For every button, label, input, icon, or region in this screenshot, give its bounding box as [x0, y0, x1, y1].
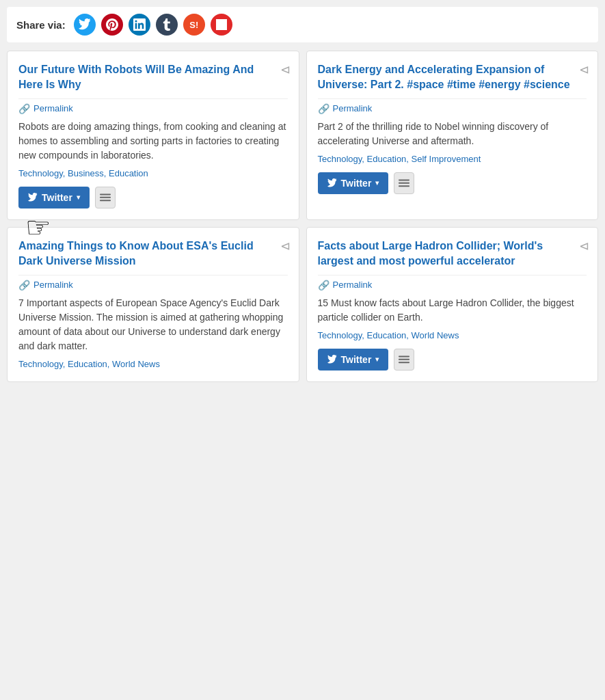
card-3-title[interactable]: Amazing Things to Know About ESA's Eucli… [18, 239, 288, 269]
svg-rect-3 [399, 179, 409, 180]
card-2-footer: Twitter ▾ [318, 172, 587, 194]
card-4-description: 15 Must know facts about Large Hadron Co… [318, 296, 587, 325]
card-3-bookmark-icon[interactable]: ⊲ [280, 239, 291, 254]
card-3-permalink[interactable]: 🔗 Permalink [18, 275, 288, 291]
card-4-tags[interactable]: Technology, Education, World News [318, 330, 587, 340]
card-1-twitter-button[interactable]: Twitter ▾ [18, 187, 90, 208]
card-4-bookmark-icon[interactable]: ⊲ [579, 239, 589, 254]
permalink-4-icon: 🔗 [318, 280, 330, 291]
card-4-more-button[interactable] [394, 349, 414, 371]
card-1-description: Robots are doing amazing things, from co… [18, 120, 288, 163]
card-1-bookmark-icon[interactable]: ⊲ [280, 62, 291, 77]
card-4-twitter-dropdown: ▾ [375, 355, 379, 363]
permalink-1-icon: 🔗 [18, 103, 30, 114]
card-1-footer: Twitter ▾ ☞ [18, 187, 288, 208]
card-3-tags[interactable]: Technology, Education, World News [18, 359, 288, 369]
svg-rect-1 [100, 197, 111, 198]
card-3: Amazing Things to Know About ESA's Eucli… [7, 227, 299, 382]
card-2-twitter-dropdown: ▾ [375, 179, 379, 187]
svg-rect-5 [399, 185, 409, 187]
svg-rect-7 [399, 358, 409, 360]
share-stumble-icon[interactable]: S! [183, 14, 205, 36]
card-4-title[interactable]: Facts about Large Hadron Collider; World… [318, 239, 587, 269]
svg-rect-6 [399, 355, 409, 357]
card-2: Dark Energy and Accelerating Expansion o… [306, 51, 599, 220]
svg-rect-8 [399, 362, 409, 363]
share-twitter-icon[interactable] [74, 14, 96, 36]
card-1: Our Future With Robots Will Be Amazing A… [7, 51, 299, 220]
card-2-twitter-button[interactable]: Twitter ▾ [318, 172, 389, 194]
share-tumblr-icon[interactable] [156, 14, 178, 36]
card-2-title[interactable]: Dark Energy and Accelerating Expansion o… [318, 62, 587, 93]
permalink-3-icon: 🔗 [18, 280, 30, 291]
svg-rect-0 [100, 193, 111, 195]
share-flipboard-icon[interactable] [211, 14, 232, 36]
permalink-2-icon: 🔗 [318, 103, 330, 114]
card-1-permalink[interactable]: 🔗 Permalink [18, 98, 288, 114]
share-linkedin-icon[interactable] [129, 14, 150, 36]
svg-rect-2 [100, 200, 111, 201]
card-2-more-button[interactable] [394, 172, 414, 194]
card-2-description: Part 2 of the thrilling ride to Nobel wi… [318, 120, 587, 148]
share-pinterest-icon[interactable] [101, 14, 123, 36]
card-4-permalink[interactable]: 🔗 Permalink [318, 275, 587, 291]
card-2-tags[interactable]: Technology, Education, Self Improvement [318, 154, 587, 164]
card-4-twitter-button[interactable]: Twitter ▾ [318, 349, 389, 371]
card-1-more-button[interactable] [95, 187, 116, 208]
card-2-bookmark-icon[interactable]: ⊲ [579, 62, 589, 77]
card-3-description: 7 Important aspects of European Space Ag… [18, 296, 288, 353]
svg-rect-4 [399, 183, 409, 184]
card-2-permalink[interactable]: 🔗 Permalink [318, 98, 587, 114]
card-4: Facts about Large Hadron Collider; World… [306, 227, 599, 382]
share-label: Share via: [16, 19, 66, 31]
card-1-title[interactable]: Our Future With Robots Will Be Amazing A… [18, 62, 288, 93]
card-4-footer: Twitter ▾ [318, 349, 587, 371]
card-1-twitter-dropdown: ▾ [77, 193, 80, 201]
share-bar: Share via: S! [7, 7, 598, 42]
cards-grid: Our Future With Robots Will Be Amazing A… [7, 51, 598, 382]
card-1-tags[interactable]: Technology, Business, Education [18, 168, 288, 178]
